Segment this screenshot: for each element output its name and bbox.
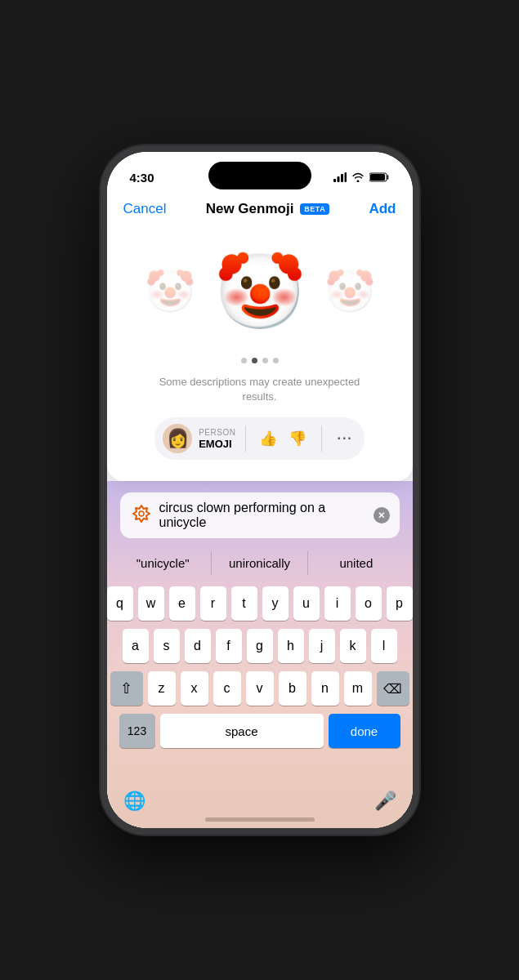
microphone-icon[interactable]: 🎤 <box>374 791 396 812</box>
signal-icon <box>333 172 347 182</box>
key-i[interactable]: i <box>324 586 351 621</box>
key-f[interactable]: f <box>216 629 242 663</box>
pill-inner: 👩 PERSON EMOJI 👍 👎 ··· <box>154 417 365 460</box>
key-e[interactable]: e <box>169 586 195 621</box>
key-r[interactable]: r <box>200 586 226 621</box>
thumbs-up-icon[interactable]: 👍 <box>259 430 277 448</box>
header-title-area: New Genmoji BETA <box>206 201 330 217</box>
bottom-bar: 🌐 🎤 <box>107 786 413 828</box>
search-bar-container: circus clown performing on a unicycle ✕ <box>107 481 413 546</box>
pagination-dots <box>107 358 413 363</box>
emoji-carousel: 🤡 🤡 🤡 <box>107 230 413 358</box>
more-button[interactable]: ··· <box>337 431 352 446</box>
autocomplete-bar: "unicycle" unironically united <box>107 546 413 580</box>
key-d[interactable]: d <box>185 629 211 663</box>
key-t[interactable]: t <box>231 586 257 621</box>
svg-rect-3 <box>344 172 347 182</box>
svg-rect-1 <box>337 176 339 182</box>
key-b[interactable]: b <box>279 671 306 706</box>
content-area: Cancel New Genmoji BETA Add 🤡 🤡 <box>107 152 413 828</box>
person-label: PERSON EMOJI <box>199 428 235 451</box>
beta-badge: BETA <box>300 203 329 215</box>
autocomplete-item-2[interactable]: united <box>308 551 404 575</box>
modal-sheet: Cancel New Genmoji BETA Add 🤡 🤡 <box>107 152 413 481</box>
key-x[interactable]: x <box>181 671 208 706</box>
status-time: 4:30 <box>130 171 154 185</box>
person-pill: 👩 PERSON EMOJI 👍 👎 ··· <box>123 417 396 460</box>
person-label-top: PERSON <box>199 428 235 438</box>
emoji-item-right[interactable]: 🤡 <box>313 255 387 328</box>
keyboard: q w e r t y u i o p a <box>107 580 413 786</box>
genmoji-icon <box>130 504 153 527</box>
emoji-item-center[interactable]: 🤡 <box>207 238 313 345</box>
svg-rect-0 <box>333 179 336 182</box>
key-m[interactable]: m <box>344 671 372 706</box>
key-o[interactable]: o <box>356 586 382 621</box>
sheet-title: New Genmoji <box>206 201 294 217</box>
phone-frame: 4:30 <box>101 145 419 835</box>
cancel-button[interactable]: Cancel <box>123 201 167 217</box>
dot-2[interactable] <box>252 358 257 363</box>
key-q[interactable]: q <box>107 586 133 621</box>
search-input-text: circus clown performing on a unicycle <box>159 501 367 530</box>
person-avatar: 👩 <box>163 424 192 453</box>
key-c[interactable]: c <box>213 671 241 706</box>
done-key[interactable]: done <box>329 714 400 748</box>
pill-actions: 👍 👎 ··· <box>256 425 356 452</box>
svg-point-6 <box>139 511 144 516</box>
key-v[interactable]: v <box>246 671 274 706</box>
dot-4[interactable] <box>273 358 279 363</box>
key-row-1: q w e r t y u i o p <box>110 586 409 621</box>
key-z[interactable]: z <box>148 671 176 706</box>
key-l[interactable]: l <box>371 629 397 663</box>
person-label-bottom: EMOJI <box>199 438 235 451</box>
globe-icon[interactable]: 🌐 <box>123 791 145 812</box>
key-j[interactable]: j <box>309 629 335 663</box>
home-indicator <box>205 817 315 822</box>
phone-screen: 4:30 <box>107 152 413 828</box>
key-row-4: 123 space done <box>110 714 409 748</box>
space-key[interactable]: space <box>160 714 324 748</box>
key-n[interactable]: n <box>311 671 339 706</box>
numbers-key[interactable]: 123 <box>119 714 155 748</box>
autocomplete-item-1[interactable]: unironically <box>212 551 308 575</box>
battery-icon <box>369 172 390 182</box>
key-u[interactable]: u <box>293 586 320 621</box>
search-bar[interactable]: circus clown performing on a unicycle ✕ <box>120 492 400 538</box>
warning-text: Some descriptions may create unexpected … <box>107 375 413 404</box>
key-y[interactable]: y <box>262 586 289 621</box>
status-icons <box>333 172 390 182</box>
pill-divider <box>245 425 246 452</box>
key-h[interactable]: h <box>278 629 304 663</box>
autocomplete-item-0[interactable]: "unicycle" <box>115 551 212 575</box>
clear-button[interactable]: ✕ <box>374 507 390 523</box>
wifi-icon <box>351 172 365 182</box>
dynamic-island <box>208 162 311 189</box>
backspace-key[interactable]: ⌫ <box>377 671 409 706</box>
add-button[interactable]: Add <box>369 201 396 217</box>
key-a[interactable]: a <box>123 629 149 663</box>
svg-rect-2 <box>341 174 343 182</box>
keyboard-bg: circus clown performing on a unicycle ✕ … <box>107 481 413 828</box>
key-s[interactable]: s <box>154 629 180 663</box>
key-p[interactable]: p <box>387 586 413 621</box>
svg-rect-5 <box>370 174 385 180</box>
key-g[interactable]: g <box>247 629 273 663</box>
key-w[interactable]: w <box>138 586 164 621</box>
key-row-2: a s d f g h j k l <box>110 629 409 663</box>
pill-divider-2 <box>321 425 322 452</box>
key-row-3: ⇧ z x c v b n m ⌫ <box>110 671 409 706</box>
key-k[interactable]: k <box>340 629 366 663</box>
dot-3[interactable] <box>262 358 268 363</box>
shift-key[interactable]: ⇧ <box>110 671 143 706</box>
dot-1[interactable] <box>241 358 247 363</box>
emoji-item-left[interactable]: 🤡 <box>133 255 207 328</box>
thumbs-down-icon[interactable]: 👎 <box>289 430 306 448</box>
